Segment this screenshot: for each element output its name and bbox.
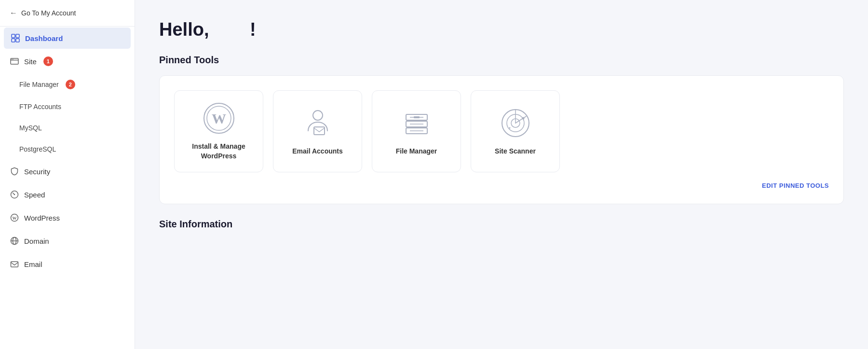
svg-point-19 bbox=[313, 111, 323, 120]
sidebar-item-security-label: Security bbox=[24, 168, 50, 176]
sidebar-item-speed[interactable]: Speed bbox=[0, 183, 135, 206]
sidebar-item-site-label: Site bbox=[24, 57, 37, 66]
svg-point-6 bbox=[12, 59, 13, 60]
site-icon bbox=[10, 56, 19, 66]
speed-icon bbox=[10, 190, 19, 199]
tools-grid: W Install & Manage WordPress bbox=[174, 90, 829, 172]
sidebar-item-wordpress-label: WordPress bbox=[24, 214, 60, 222]
sidebar-item-email[interactable]: Email bbox=[0, 252, 135, 276]
file-manager-icon bbox=[400, 106, 434, 140]
svg-rect-1 bbox=[16, 34, 19, 38]
sidebar-item-domain[interactable]: Domain bbox=[0, 229, 135, 252]
go-to-account-button[interactable]: ← Go To My Account bbox=[0, 0, 135, 27]
file-manager-badge: 2 bbox=[66, 80, 75, 89]
sidebar-item-speed-label: Speed bbox=[24, 191, 45, 199]
sidebar-item-ftp[interactable]: FTP Accounts bbox=[0, 96, 135, 117]
go-to-account-label: Go To My Account bbox=[21, 9, 76, 17]
tool-wordpress-label: Install & Manage WordPress bbox=[184, 142, 253, 161]
pinned-tools-card: W Install & Manage WordPress bbox=[159, 75, 844, 204]
tool-site-scanner-label: Site Scanner bbox=[495, 147, 536, 156]
sidebar-item-postgresql-label: PostgreSQL bbox=[19, 145, 56, 153]
svg-point-34 bbox=[509, 127, 510, 129]
pinned-tools-title: Pinned Tools bbox=[159, 55, 844, 66]
tool-email-accounts-label: Email Accounts bbox=[292, 147, 343, 156]
sidebar-item-dashboard[interactable]: Dashboard bbox=[4, 28, 131, 49]
svg-rect-2 bbox=[12, 39, 15, 42]
sidebar-item-security[interactable]: Security bbox=[0, 160, 135, 183]
svg-rect-15 bbox=[11, 262, 18, 267]
sidebar-item-file-manager-label: File Manager bbox=[19, 81, 59, 88]
svg-rect-0 bbox=[12, 34, 15, 38]
security-icon bbox=[10, 167, 19, 176]
wordpress-nav-icon: W bbox=[10, 213, 19, 223]
svg-line-31 bbox=[515, 116, 526, 123]
svg-text:W: W bbox=[13, 216, 17, 221]
site-scanner-icon bbox=[499, 106, 532, 140]
sidebar-item-postgresql[interactable]: PostgreSQL bbox=[0, 139, 135, 160]
edit-pinned-tools-button[interactable]: EDIT PINNED TOOLS bbox=[762, 182, 829, 189]
sidebar-item-mysql-label: MySQL bbox=[19, 124, 42, 132]
tool-file-manager[interactable]: File Manager bbox=[372, 90, 461, 172]
tool-file-manager-label: File Manager bbox=[396, 147, 437, 156]
svg-point-7 bbox=[13, 59, 14, 60]
sidebar: ← Go To My Account Dashboard Site 1 bbox=[0, 0, 135, 349]
sidebar-item-dashboard-label: Dashboard bbox=[25, 34, 63, 42]
svg-rect-3 bbox=[16, 39, 19, 42]
wordpress-tool-icon: W bbox=[202, 101, 236, 135]
sidebar-item-wordpress[interactable]: W WordPress bbox=[0, 206, 135, 229]
dashboard-icon bbox=[11, 33, 20, 43]
svg-point-9 bbox=[14, 194, 15, 195]
sidebar-item-email-label: Email bbox=[24, 260, 42, 268]
site-information-title: Site Information bbox=[159, 219, 844, 230]
greeting: Hello, ! bbox=[159, 19, 844, 40]
svg-point-33 bbox=[522, 117, 524, 120]
sidebar-item-domain-label: Domain bbox=[24, 237, 49, 245]
greeting-exclamation: ! bbox=[250, 19, 256, 40]
sidebar-item-site[interactable]: Site 1 bbox=[0, 50, 135, 73]
greeting-text: Hello, bbox=[159, 19, 209, 40]
sidebar-item-ftp-label: FTP Accounts bbox=[19, 103, 61, 111]
email-accounts-icon bbox=[301, 106, 335, 140]
site-badge: 1 bbox=[43, 56, 53, 66]
tool-site-scanner[interactable]: Site Scanner bbox=[471, 90, 560, 172]
sidebar-item-file-manager[interactable]: File Manager 2 bbox=[0, 73, 135, 96]
domain-icon bbox=[10, 236, 19, 246]
svg-rect-20 bbox=[314, 127, 325, 135]
tool-email-accounts[interactable]: Email Accounts bbox=[273, 90, 362, 172]
svg-text:W: W bbox=[212, 111, 226, 126]
sidebar-item-mysql[interactable]: MySQL bbox=[0, 117, 135, 139]
main-content: Hello, ! Pinned Tools W Install & Manage… bbox=[135, 0, 868, 349]
edit-pinned-tools-container: EDIT PINNED TOOLS bbox=[174, 182, 829, 189]
email-nav-icon bbox=[10, 259, 19, 269]
svg-rect-27 bbox=[414, 116, 420, 118]
back-arrow-icon: ← bbox=[10, 9, 17, 17]
tool-wordpress[interactable]: W Install & Manage WordPress bbox=[174, 90, 263, 172]
